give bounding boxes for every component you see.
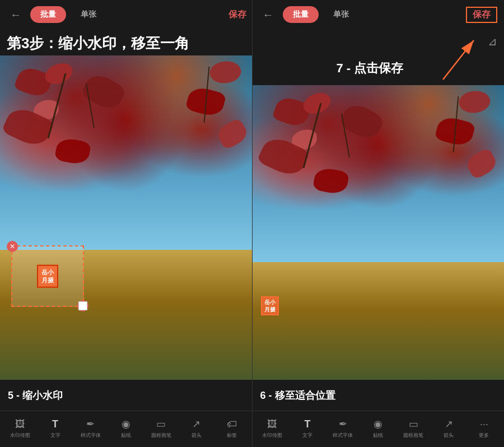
step-text: 第3步：缩小水印，移至一角	[7, 35, 189, 52]
left-back-button[interactable]: ←	[6, 6, 26, 24]
right-tool-style-font[interactable]: ✒ 样式字体	[331, 418, 354, 439]
right-tool-text[interactable]: T 文字	[296, 418, 319, 439]
tool-text-label: 文字	[50, 432, 60, 439]
left-image-area: ✕ 岳小月摄 ↻ ›	[0, 55, 252, 380]
watermark-selection-box[interactable]: ✕ 岳小月摄 ↻	[11, 245, 84, 307]
right-watermark-transfer-icon: 🖼	[267, 418, 277, 430]
frame-brush-icon: ▭	[156, 418, 166, 430]
right-tool-style-font-label: 样式字体	[333, 432, 353, 439]
right-tool-sticker-label: 贴纸	[373, 432, 383, 439]
right-sub-label-area: 6 - 移至适合位置	[253, 380, 505, 411]
tool-style-font-label: 样式字体	[81, 432, 101, 439]
tool-frame-brush[interactable]: ▭ 圆框画笔	[150, 418, 173, 439]
right-tool-more-label: 更多	[479, 432, 489, 439]
right-sticker-icon: ◉	[374, 418, 382, 430]
right-panel: ← 批量 单张 保存 7 - 点击保存 ⊿	[253, 0, 505, 447]
tool-watermark-transfer-label: 水印传图	[10, 432, 30, 439]
right-back-button[interactable]: ←	[258, 6, 278, 24]
tool-tag[interactable]: 🏷 标签	[220, 418, 244, 439]
right-text-icon: T	[305, 418, 311, 430]
left-panel: ← 批量 单张 保存 第3步：缩小水印，移至一角	[0, 0, 253, 447]
left-tab-batch[interactable]: 批量	[30, 6, 66, 23]
right-tool-frame-brush[interactable]: ▭ 圆框画笔	[402, 418, 425, 439]
right-tool-arrow[interactable]: ↗ 箭头	[437, 418, 460, 439]
tag-icon: 🏷	[227, 418, 237, 430]
tool-sticker-label: 贴纸	[121, 432, 131, 439]
arrow-icon: ↗	[192, 418, 200, 430]
watermark-box-inner: ✕ 岳小月摄 ↻	[12, 246, 83, 306]
left-bottom-toolbar: 🖼 水印传图 T 文字 ✒ 样式字体 ◉ 贴纸 ▭ 圆框画笔 ↗ 箭头	[0, 411, 252, 447]
watermark-close-button[interactable]: ✕	[7, 241, 18, 252]
instruction-area: 第3步：缩小水印，移至一角	[0, 29, 252, 55]
right-more-icon: ···	[480, 418, 488, 430]
right-sub-label: 6 - 移至适合位置	[260, 389, 335, 402]
right-tool-more[interactable]: ··· 更多	[472, 418, 496, 439]
right-tab-batch[interactable]: 批量	[283, 6, 319, 23]
tool-arrow-label: 箭头	[192, 432, 202, 439]
right-tool-text-label: 文字	[302, 432, 312, 439]
right-watermark-small[interactable]: 岳小月摄	[261, 296, 279, 315]
left-save-button[interactable]: 保存	[228, 9, 246, 21]
right-arrow-icon: ↗	[445, 418, 453, 430]
right-style-font-icon: ✒	[339, 418, 347, 430]
tool-frame-brush-label: 圆框画笔	[151, 432, 171, 439]
photo-background	[0, 55, 252, 380]
filter-icon: ⊿	[488, 35, 497, 48]
right-photo-background	[253, 85, 505, 380]
right-bottom-toolbar: 🖼 水印传图 T 文字 ✒ 样式字体 ◉ 贴纸 ▭ 圆框画笔 ↗ 箭头	[253, 411, 505, 447]
right-tool-watermark-transfer-label: 水印传图	[262, 432, 282, 439]
tool-style-font[interactable]: ✒ 样式字体	[79, 418, 102, 439]
right-image-area: 岳小月摄	[253, 85, 505, 380]
right-instruction-area: 7 - 点击保存 ⊿	[253, 29, 505, 85]
left-sub-label: 5 - 缩小水印	[8, 389, 63, 402]
text-icon: T	[52, 418, 58, 430]
left-sub-label-area: 5 - 缩小水印	[0, 380, 252, 411]
right-tool-watermark-transfer[interactable]: 🖼 水印传图	[260, 418, 284, 439]
main-container: ← 批量 单张 保存 第3步：缩小水印，移至一角	[0, 0, 504, 447]
save-annotation-arrow	[253, 29, 505, 85]
right-save-button[interactable]: 保存	[466, 7, 497, 23]
tool-sticker[interactable]: ◉ 贴纸	[114, 418, 138, 439]
left-tab-single[interactable]: 单张	[71, 6, 106, 23]
tool-watermark-transfer[interactable]: 🖼 水印传图	[8, 418, 32, 439]
right-tool-arrow-label: 箭头	[444, 432, 454, 439]
step7-label: 7 - 点击保存	[337, 60, 404, 77]
right-watermark-text: 岳小月摄	[264, 299, 276, 313]
right-tool-sticker[interactable]: ◉ 贴纸	[366, 418, 390, 439]
right-frame-brush-icon: ▭	[409, 418, 418, 430]
tool-arrow[interactable]: ↗ 箭头	[185, 418, 208, 439]
watermark-resize-handle[interactable]	[78, 301, 87, 310]
sticker-icon: ◉	[122, 418, 130, 430]
right-leaves-bottom	[253, 262, 505, 380]
right-top-bar: ← 批量 单张 保存	[253, 0, 505, 29]
style-font-icon: ✒	[86, 418, 95, 430]
right-tool-frame-brush-label: 圆框画笔	[403, 432, 423, 439]
tool-tag-label: 标签	[227, 432, 237, 439]
watermark-transfer-icon: 🖼	[15, 418, 25, 430]
left-top-bar: ← 批量 单张 保存	[0, 0, 252, 29]
watermark-stamp: 岳小月摄	[37, 265, 58, 288]
svg-line-1	[443, 40, 474, 80]
tool-text[interactable]: T 文字	[44, 418, 67, 439]
right-tab-single[interactable]: 单张	[323, 6, 359, 23]
